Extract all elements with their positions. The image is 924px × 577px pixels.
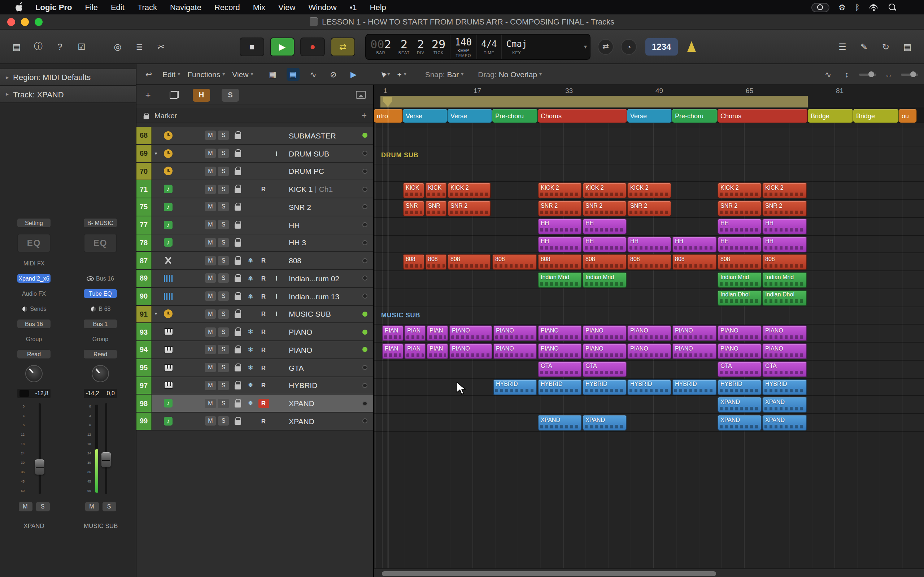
region-hh[interactable]: HH: [538, 236, 582, 252]
solo-button[interactable]: S: [218, 309, 229, 319]
edit-menu[interactable]: Edit▾: [162, 70, 180, 79]
marker-verse[interactable]: Verse: [403, 109, 447, 122]
arrange-lane-94[interactable]: PIANPIANPIANPIANOPIANOPIANOPIANOPIANOPIA…: [374, 343, 924, 361]
region-piano[interactable]: PIANO: [627, 326, 671, 342]
region-hybrid[interactable]: HYBRID: [627, 379, 671, 395]
wifi-icon[interactable]: [869, 3, 879, 11]
mute-button[interactable]: M: [205, 202, 216, 212]
region-kick-2[interactable]: KICK 2: [583, 183, 627, 199]
region-piano[interactable]: PIANO: [538, 326, 582, 342]
solo-button[interactable]: S: [218, 416, 229, 426]
freeze-icon[interactable]: ❄: [247, 364, 253, 371]
smart-controls-icon[interactable]: ◎: [108, 39, 127, 55]
bar-ruler[interactable]: 11733496581: [374, 85, 924, 108]
region-indian-mrid[interactable]: Indian Mrid: [762, 272, 807, 288]
lcd-display-menu-chevron-icon[interactable]: ▾: [584, 43, 587, 50]
record-enable-button[interactable]: R: [261, 292, 266, 300]
strip-slot-b-music[interactable]: B- MUSIC: [84, 219, 117, 227]
add-track-button[interactable]: +: [141, 89, 155, 102]
region-pian[interactable]: PIAN: [426, 326, 448, 342]
cycle-button[interactable]: ⇄: [331, 37, 355, 56]
lock-icon[interactable]: [234, 134, 241, 140]
menu-item-1[interactable]: •1: [343, 3, 363, 11]
horizontal-zoom-icon[interactable]: ↔: [882, 68, 895, 81]
lock-icon[interactable]: [234, 170, 241, 175]
solo-button[interactable]: S: [218, 398, 229, 408]
strip-mute-button[interactable]: M: [18, 502, 32, 511]
plugin-slot-xpand-2-x6[interactable]: Xpand!2_x6: [17, 274, 50, 283]
region-indian-dhol[interactable]: Indian Dhol: [717, 290, 762, 306]
mute-button[interactable]: M: [205, 256, 216, 265]
region-snr-2[interactable]: SNR 2: [717, 200, 762, 216]
lock-icon[interactable]: [234, 313, 241, 318]
play-button[interactable]: ▶: [270, 37, 294, 56]
browsers-icon[interactable]: ▤: [898, 39, 917, 55]
region-piano[interactable]: PIANO: [672, 326, 717, 342]
hide-tracks-button[interactable]: H: [193, 89, 210, 102]
record-enable-button[interactable]: R: [261, 185, 266, 193]
region-snr[interactable]: SNR: [425, 200, 447, 216]
region-piano[interactable]: PIANO: [449, 343, 492, 359]
input-monitor-button[interactable]: I: [276, 311, 278, 318]
mute-button[interactable]: M: [205, 327, 216, 337]
minimize-window-button[interactable]: [21, 18, 29, 26]
region-piano[interactable]: PIANO: [583, 326, 627, 342]
region-snr-2[interactable]: SNR 2: [538, 200, 582, 216]
region-piano[interactable]: PIANO: [493, 343, 537, 359]
vertical-zoom-icon[interactable]: ↕: [840, 68, 853, 81]
automation-icon[interactable]: ∿: [307, 68, 320, 81]
region-pian[interactable]: PIAN: [426, 343, 448, 359]
loop-browser-icon[interactable]: ↻: [876, 39, 895, 55]
region-hybrid[interactable]: HYBRID: [717, 379, 762, 395]
snap-menu[interactable]: Snap: Bar ▾: [425, 70, 464, 79]
track-header-row[interactable]: 70MSDRUM PC: [136, 163, 373, 181]
stop-button[interactable]: ■: [240, 37, 264, 56]
arrange-lane-77[interactable]: HHHHHHHH: [374, 218, 924, 236]
mute-button[interactable]: M: [205, 416, 216, 426]
menu-item-track[interactable]: Track: [131, 3, 163, 11]
track-inspector-header[interactable]: ▸ Track: XPAND: [0, 86, 136, 103]
solo-button[interactable]: S: [218, 184, 229, 193]
solo-button[interactable]: S: [218, 167, 229, 176]
eq-display-slot[interactable]: EQ: [84, 234, 117, 253]
region-hybrid[interactable]: HYBRID: [493, 379, 537, 395]
lock-icon[interactable]: [234, 331, 241, 336]
region-xpand[interactable]: XPAND: [762, 415, 807, 430]
arrange-lane-78[interactable]: HHHHHHHHHHHH: [374, 235, 924, 253]
region-808[interactable]: 808: [447, 254, 491, 270]
track-header-row[interactable]: 71♪MSRKICK 1 | Ch1: [136, 181, 373, 199]
settings-icon[interactable]: ⚙: [838, 3, 846, 12]
region-pian[interactable]: PIAN: [382, 326, 404, 342]
solo-tracks-button[interactable]: S: [221, 89, 239, 102]
region-xpand[interactable]: XPAND: [583, 415, 627, 430]
freeze-icon[interactable]: ❄: [247, 275, 253, 282]
strip-solo-button[interactable]: S: [36, 502, 50, 511]
region-hh[interactable]: HH: [538, 219, 582, 234]
track-header-row[interactable]: 89MS❄RIIndian...rum 02: [136, 270, 373, 288]
lock-icon[interactable]: [234, 224, 241, 229]
track-header-row[interactable]: 97MS❄RHYBRID: [136, 377, 373, 395]
arrange-lane-71[interactable]: KICKKICKKICK 2KICK 2KICK 2KICK 2KICK 2KI…: [374, 182, 924, 200]
region-hh[interactable]: HH: [762, 219, 807, 234]
region-indian-mrid[interactable]: Indian Mrid: [583, 272, 627, 288]
region-hybrid[interactable]: HYBRID: [583, 379, 627, 395]
arrange-lane-90[interactable]: Indian DholIndian Dhol: [374, 289, 924, 307]
lock-icon[interactable]: [234, 206, 241, 211]
region-piano[interactable]: PIANO: [762, 326, 807, 342]
region-piano[interactable]: PIANO: [538, 343, 582, 359]
playhead[interactable]: [388, 97, 388, 568]
grid-view-icon[interactable]: ▦: [267, 68, 279, 81]
arrange-lane-98[interactable]: XPANDXPAND: [374, 396, 924, 414]
solo-button[interactable]: S: [218, 381, 229, 390]
solo-button[interactable]: S: [218, 327, 229, 337]
marker-chorus[interactable]: Chorus: [538, 109, 627, 122]
list-editors-icon[interactable]: ☰: [833, 39, 852, 55]
mute-button[interactable]: M: [205, 238, 216, 247]
region-kick[interactable]: KICK: [425, 183, 447, 199]
marker-pre-choru[interactable]: Pre-choru: [492, 109, 538, 122]
screen-record-indicator[interactable]: [811, 3, 829, 12]
list-view-icon[interactable]: ▤: [287, 68, 300, 81]
solo-button[interactable]: S: [218, 131, 229, 140]
input-monitor-button[interactable]: I: [276, 150, 278, 157]
horizontal-zoom-slider[interactable]: [901, 73, 918, 76]
